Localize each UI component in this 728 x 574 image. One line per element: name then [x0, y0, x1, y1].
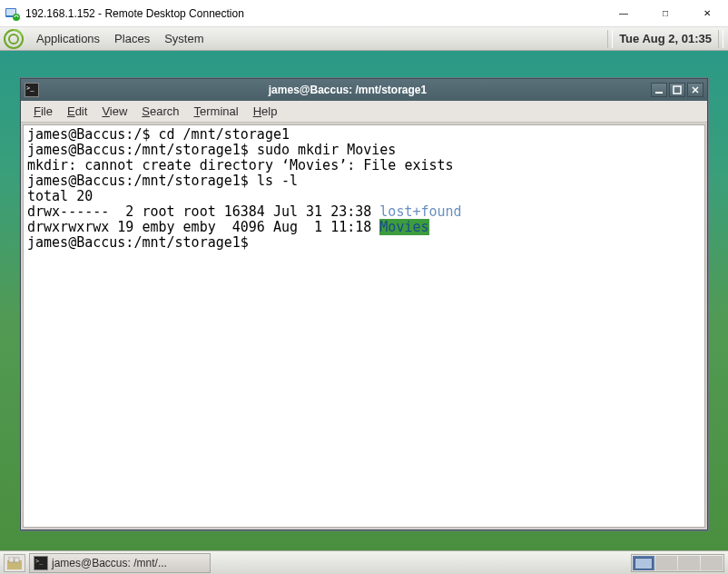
svg-rect-6 — [674, 86, 681, 94]
mate-bottom-panel: james@Baccus: /mnt/... — [0, 550, 728, 574]
svg-point-2 — [13, 14, 20, 21]
menu-places[interactable]: Places — [107, 27, 157, 50]
output-line: drwxrwxrwx 19 emby emby 4096 Aug 1 11:18 — [27, 219, 379, 235]
panel-clock[interactable]: Tue Aug 2, 01:35 — [614, 32, 717, 45]
command: sudo mkdir Movies — [257, 142, 397, 158]
terminal-close-button[interactable] — [687, 83, 703, 97]
terminal-menu-file[interactable]: File — [26, 104, 60, 118]
prompt: james@Baccus:/$ — [27, 126, 159, 143]
terminal-minimize-button[interactable] — [651, 83, 667, 97]
prompt: james@Baccus:/mnt/storage1$ — [27, 142, 257, 158]
svg-rect-5 — [655, 92, 663, 94]
terminal-icon — [25, 83, 39, 97]
close-button[interactable]: ✕ — [686, 0, 728, 26]
terminal-menu-help[interactable]: Help — [246, 104, 285, 118]
terminal-menu-view[interactable]: View — [94, 104, 134, 118]
output-line: total 20 — [27, 188, 93, 204]
workspace-3[interactable] — [678, 556, 700, 570]
menu-system[interactable]: System — [157, 27, 211, 50]
maximize-button[interactable]: □ — [644, 0, 686, 26]
panel-separator — [718, 30, 723, 48]
directory-name: Movies — [379, 219, 428, 235]
workspace-2[interactable] — [655, 556, 677, 570]
terminal-menu-edit[interactable]: Edit — [60, 104, 94, 118]
workspace-1[interactable] — [633, 556, 654, 570]
terminal-titlebar[interactable]: james@Baccus: /mnt/storage1 — [21, 79, 707, 101]
menu-applications[interactable]: Applications — [29, 27, 107, 50]
terminal-maximize-button[interactable] — [669, 83, 685, 97]
panel-separator — [607, 30, 613, 48]
prompt: james@Baccus:/mnt/storage1$ — [27, 173, 257, 189]
output-line: mkdir: cannot create directory ‘Movies’:… — [27, 157, 454, 173]
prompt: james@Baccus:/mnt/storage1$ — [27, 234, 257, 251]
workspace-pager[interactable] — [631, 554, 724, 572]
windows-title: 192.168.1.152 - Remote Desktop Connectio… — [25, 7, 603, 20]
rdc-icon — [5, 6, 20, 21]
command: cd /mnt/storage1 — [159, 126, 290, 143]
terminal-menubar: File Edit View Search Terminal Help — [21, 101, 707, 123]
show-desktop-button[interactable] — [4, 554, 25, 572]
svg-rect-9 — [15, 558, 19, 562]
terminal-menu-terminal[interactable]: Terminal — [187, 104, 246, 118]
directory-name: lost+found — [379, 203, 461, 220]
windows-controls: ― □ ✕ — [603, 0, 728, 26]
taskbar-item-terminal[interactable]: james@Baccus: /mnt/... — [29, 553, 211, 573]
svg-point-4 — [9, 35, 18, 44]
terminal-body[interactable]: james@Baccus:/$ cd /mnt/storage1 james@B… — [23, 124, 705, 528]
command: ls -l — [257, 173, 298, 189]
output-line: drwx------ 2 root root 16384 Jul 31 23:3… — [27, 203, 379, 220]
terminal-menu-search[interactable]: Search — [134, 104, 186, 118]
windows-titlebar: 192.168.1.152 - Remote Desktop Connectio… — [0, 0, 728, 27]
terminal-window: james@Baccus: /mnt/storage1 File Edit Vi… — [20, 78, 708, 530]
desktop: james@Baccus: /mnt/storage1 File Edit Vi… — [0, 51, 728, 550]
minimize-button[interactable]: ― — [603, 0, 644, 26]
workspace-4[interactable] — [701, 556, 723, 570]
distro-icon[interactable] — [4, 29, 24, 49]
terminal-icon — [34, 556, 48, 570]
terminal-title: james@Baccus: /mnt/storage1 — [44, 84, 651, 96]
taskbar-item-label: james@Baccus: /mnt/... — [52, 557, 167, 569]
mate-top-panel: Applications Places System Tue Aug 2, 01… — [0, 27, 728, 51]
svg-rect-8 — [9, 557, 14, 562]
